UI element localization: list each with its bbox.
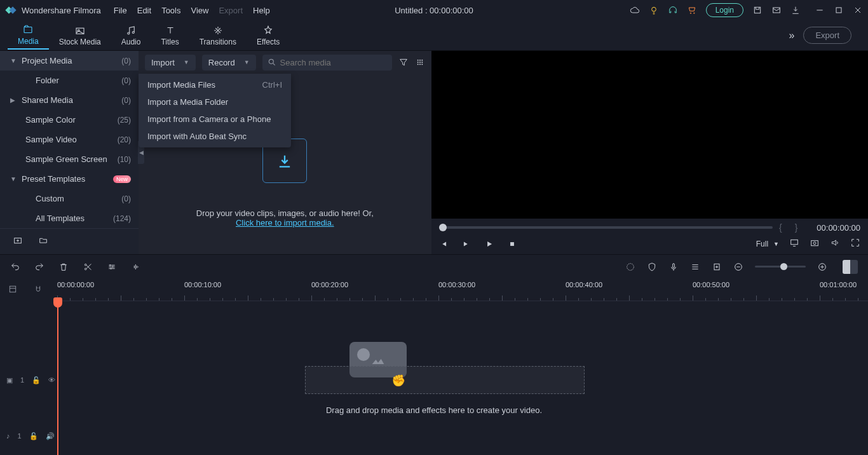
- menu-edit[interactable]: Edit: [137, 6, 151, 15]
- search-input-wrap[interactable]: [262, 55, 392, 71]
- visibility-icon[interactable]: 👁: [48, 376, 55, 384]
- import-media-files[interactable]: Import Media FilesCtrl+I: [139, 76, 291, 93]
- scrub-slider[interactable]: [439, 226, 773, 229]
- cloud-icon[interactable]: [630, 5, 640, 15]
- marker-add-icon[interactable]: [712, 262, 722, 272]
- mark-brackets[interactable]: {}: [779, 222, 810, 233]
- fit-dropdown[interactable]: Full ▼: [756, 240, 779, 248]
- mail-icon[interactable]: [771, 5, 782, 15]
- mixer-icon[interactable]: [690, 262, 700, 272]
- sidebar-item-shared-media[interactable]: ▶ Shared Media (0): [0, 90, 139, 110]
- sidebar: ▼ Project Media (0) Folder (0) ▶ Shared …: [0, 51, 139, 254]
- next-frame-icon[interactable]: [462, 240, 471, 248]
- lock-icon[interactable]: 🔓: [29, 432, 38, 440]
- tab-stock-media[interactable]: Stock Media: [49, 22, 111, 49]
- ruler-label: 00:00:20:00: [311, 281, 348, 289]
- volume-icon[interactable]: [830, 238, 840, 250]
- grid-view-icon[interactable]: [415, 57, 425, 67]
- sidebar-item-all-templates[interactable]: All Templates (124): [0, 208, 139, 228]
- voiceover-icon[interactable]: [668, 262, 679, 272]
- lightbulb-icon[interactable]: [649, 5, 659, 15]
- download-icon[interactable]: [790, 5, 801, 15]
- display-icon[interactable]: [789, 238, 799, 250]
- import-auto-beat[interactable]: Import with Auto Beat Sync: [139, 128, 291, 145]
- zoom-slider[interactable]: [755, 266, 806, 268]
- mute-icon[interactable]: 🔊: [46, 432, 55, 440]
- playhead[interactable]: [57, 297, 58, 455]
- headphones-icon[interactable]: [668, 5, 678, 15]
- menu-file[interactable]: File: [114, 6, 127, 15]
- filter-icon[interactable]: [398, 57, 409, 67]
- sidebar-item-sample-video[interactable]: Sample Video (20): [0, 130, 139, 149]
- tab-effects[interactable]: Effects: [247, 22, 290, 49]
- svg-point-15: [417, 64, 418, 65]
- video-track-number: 1: [20, 376, 24, 384]
- titlebar: Wondershare Filmora File Edit Tools View…: [0, 0, 868, 20]
- play-icon[interactable]: [485, 240, 494, 248]
- snapshot-icon[interactable]: [810, 238, 820, 250]
- stop-icon[interactable]: [508, 240, 517, 248]
- folder-icon[interactable]: [38, 235, 48, 245]
- tab-transitions[interactable]: Transitions: [189, 22, 247, 49]
- svg-rect-1: [754, 7, 760, 13]
- record-dropdown[interactable]: Record▼: [202, 55, 256, 71]
- tab-titles[interactable]: Titles: [151, 22, 189, 49]
- tab-media-label: Media: [18, 37, 39, 46]
- import-link[interactable]: Click here to import media.: [236, 218, 334, 228]
- tab-media[interactable]: Media: [8, 22, 49, 50]
- minimize-icon[interactable]: [815, 5, 825, 15]
- timeline-hint: Drag and drop media and effects here to …: [326, 405, 542, 415]
- import-camera-phone[interactable]: Import from a Camera or a Phone: [139, 111, 291, 128]
- export-button[interactable]: Export: [803, 27, 851, 44]
- sidebar-item-sample-green[interactable]: Sample Green Screen (10): [0, 149, 139, 169]
- import-media-folder[interactable]: Import a Media Folder: [139, 93, 291, 111]
- close-icon[interactable]: [853, 5, 863, 15]
- sidebar-item-project-media[interactable]: ▼ Project Media (0): [0, 51, 139, 71]
- timeline-ruler[interactable]: 00:00:00:0000:00:10:0000:00:20:0000:00:3…: [57, 278, 868, 301]
- lock-icon[interactable]: 🔓: [32, 376, 41, 384]
- sidebar-item-sample-color[interactable]: Sample Color (25): [0, 110, 139, 130]
- delete-icon[interactable]: [58, 262, 69, 272]
- render-icon[interactable]: [625, 262, 635, 272]
- zoom-out-icon[interactable]: [733, 262, 743, 272]
- prev-frame-icon[interactable]: [439, 240, 448, 248]
- video-track-1[interactable]: ▣ 1 🔓 👁: [0, 370, 868, 390]
- menu-help[interactable]: Help: [253, 6, 270, 15]
- fullscreen-icon[interactable]: [850, 238, 860, 250]
- undo-icon[interactable]: [10, 262, 20, 272]
- timeline-drop-zone[interactable]: [305, 366, 585, 394]
- svg-point-23: [85, 268, 86, 270]
- marker-shield-icon[interactable]: [647, 262, 657, 272]
- cart-icon[interactable]: [687, 5, 697, 15]
- tab-audio[interactable]: Audio: [111, 22, 151, 49]
- split-icon[interactable]: [83, 262, 93, 272]
- add-folder-icon[interactable]: [13, 235, 23, 245]
- sidebar-item-preset-templates[interactable]: ▼ Preset Templates New: [0, 169, 139, 189]
- redo-icon[interactable]: [34, 262, 44, 272]
- import-dropdown[interactable]: Import▼: [145, 55, 196, 71]
- sidebar-item-folder[interactable]: Folder (0): [0, 71, 139, 90]
- video-track-icon: ▣: [6, 376, 13, 384]
- magnet-icon[interactable]: [33, 284, 43, 296]
- menu-view[interactable]: View: [191, 6, 208, 15]
- adjust-icon[interactable]: [107, 262, 117, 272]
- menu-tools[interactable]: Tools: [161, 6, 180, 15]
- chevron-down-icon: ▼: [10, 175, 18, 182]
- preview-viewport[interactable]: [431, 51, 868, 219]
- search-input[interactable]: [280, 58, 387, 67]
- login-button[interactable]: Login: [706, 3, 743, 17]
- ruler-label: 00:00:40:00: [566, 281, 602, 289]
- audio-track-1[interactable]: ♪ 1 🔓 🔊: [0, 426, 868, 446]
- save-icon[interactable]: [752, 5, 763, 15]
- svg-point-17: [421, 64, 423, 65]
- tab-titles-label: Titles: [161, 37, 179, 46]
- audio-wave-icon[interactable]: [131, 262, 141, 272]
- tabs-more-icon[interactable]: »: [789, 30, 795, 41]
- maximize-icon[interactable]: [834, 5, 844, 15]
- zoom-in-icon[interactable]: [817, 262, 827, 272]
- sidebar-item-custom[interactable]: Custom (0): [0, 189, 139, 208]
- snap-toggle[interactable]: [843, 260, 858, 274]
- ruler-label: 00:00:00:00: [57, 281, 94, 289]
- svg-point-8: [269, 59, 273, 64]
- timeline-options-icon[interactable]: [8, 284, 18, 296]
